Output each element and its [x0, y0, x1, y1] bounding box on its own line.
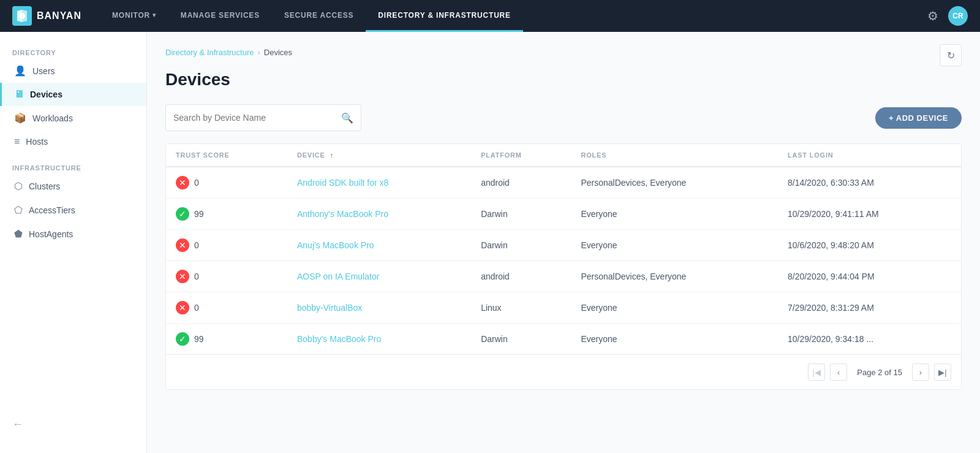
trust-pass-icon: ✓: [176, 332, 189, 346]
back-button[interactable]: ←: [12, 418, 134, 431]
cell-roles: Everyone: [571, 230, 778, 261]
device-link[interactable]: Bobby's MacBook Pro: [297, 334, 381, 344]
cell-last-login: 10/29/2020, 9:41:11 AM: [778, 199, 961, 230]
col-platform: PLATFORM: [471, 144, 571, 167]
device-link[interactable]: Android SDK built for x8: [297, 178, 388, 188]
cell-device: AOSP on IA Emulator: [287, 261, 471, 292]
cell-device: bobby-VirtualBox: [287, 292, 471, 324]
last-page-button[interactable]: ▶|: [934, 364, 951, 381]
col-device[interactable]: DEVICE ↑: [287, 144, 471, 167]
device-link[interactable]: AOSP on IA Emulator: [297, 272, 379, 281]
trust-score-value: 99: [194, 334, 204, 344]
svg-point-1: [19, 13, 25, 19]
cell-platform: android: [471, 167, 571, 199]
trust-pass-icon: ✓: [176, 207, 189, 221]
cell-trust-score: ✓ 99: [166, 199, 287, 230]
cell-trust-score: ✕ 0: [166, 230, 287, 261]
sidebar-item-devices[interactable]: 🖥 Devices: [0, 83, 146, 106]
access-tiers-icon: ⬠: [14, 204, 23, 216]
sidebar-item-label: Users: [32, 66, 55, 76]
search-icon: 🔍: [341, 112, 353, 124]
col-trust-score: TRUST SCORE: [166, 144, 287, 167]
refresh-button[interactable]: ↻: [940, 44, 962, 66]
monitor-icon: 🖥: [14, 89, 24, 100]
sidebar-bottom: ←: [0, 408, 146, 441]
search-input[interactable]: [173, 113, 341, 123]
sidebar-item-label: Workloads: [32, 113, 73, 123]
breadcrumb-separator: ›: [258, 48, 260, 57]
nav-item-secure-access[interactable]: SECURE ACCESS: [272, 0, 366, 32]
page-title: Devices: [165, 70, 230, 89]
toolbar: 🔍 + ADD DEVICE: [165, 104, 962, 131]
main-content: Directory & Infrastructure › Devices ↻ D…: [147, 32, 980, 453]
nav-item-manage-services[interactable]: MANAGE SERVICES: [168, 0, 272, 32]
trust-score-value: 99: [194, 209, 204, 219]
cell-roles: PersonalDevices, Everyone: [571, 261, 778, 292]
sidebar-item-users[interactable]: 👤 Users: [0, 59, 146, 83]
table-row: ✕ 0 Android SDK built for x8 android Per…: [166, 167, 961, 199]
settings-icon[interactable]: ⚙: [927, 9, 938, 23]
table-row: ✓ 99 Bobby's MacBook Pro Darwin Everyone…: [166, 324, 961, 355]
sidebar-item-label: Devices: [30, 89, 62, 99]
next-page-button[interactable]: ›: [912, 364, 929, 381]
col-last-login: LAST LOGIN: [778, 144, 961, 167]
table-row: ✕ 0 bobby-VirtualBox Linux Everyone 7/29…: [166, 292, 961, 324]
sidebar: DIRECTORY 👤 Users 🖥 Devices 📦 Workloads …: [0, 32, 147, 453]
cell-roles: Everyone: [571, 199, 778, 230]
cell-device: Anuj's MacBook Pro: [287, 230, 471, 261]
cell-trust-score: ✕ 0: [166, 292, 287, 324]
cell-roles: Everyone: [571, 292, 778, 324]
pagination: |◀ ‹ Page 2 of 15 › ▶|: [166, 354, 961, 389]
col-roles: ROLES: [571, 144, 778, 167]
sort-arrow-icon: ↑: [330, 151, 334, 159]
cell-platform: Darwin: [471, 199, 571, 230]
nav-item-directory-infrastructure[interactable]: DIRECTORY & INFRASTRUCTURE: [366, 0, 523, 32]
hosts-icon: ≡: [14, 136, 20, 147]
cell-trust-score: ✕ 0: [166, 261, 287, 292]
cell-device: Android SDK built for x8: [287, 167, 471, 199]
nav-right: ⚙ CR: [927, 6, 968, 26]
cell-trust-score: ✓ 99: [166, 324, 287, 355]
sidebar-item-workloads[interactable]: 📦 Workloads: [0, 106, 146, 130]
cell-trust-score: ✕ 0: [166, 167, 287, 199]
devices-table-container: TRUST SCORE DEVICE ↑ PLATFORM ROLES LAST…: [165, 143, 962, 390]
sidebar-item-host-agents[interactable]: ⬟ HostAgents: [0, 222, 146, 246]
trust-fail-icon: ✕: [176, 301, 189, 314]
sidebar-item-label: Clusters: [29, 181, 60, 191]
avatar[interactable]: CR: [948, 6, 968, 26]
cell-platform: Darwin: [471, 230, 571, 261]
breadcrumb: Directory & Infrastructure › Devices: [165, 48, 292, 57]
sidebar-item-hosts[interactable]: ≡ Hosts: [0, 130, 146, 153]
cell-roles: Everyone: [571, 324, 778, 355]
cell-device: Anthony's MacBook Pro: [287, 199, 471, 230]
sidebar-item-clusters[interactable]: ⬡ Clusters: [0, 174, 146, 198]
add-device-button[interactable]: + ADD DEVICE: [875, 107, 962, 129]
nav-item-monitor[interactable]: MONITOR ▾: [100, 0, 168, 32]
cell-platform: Darwin: [471, 324, 571, 355]
device-link[interactable]: Anuj's MacBook Pro: [297, 240, 374, 250]
prev-page-button[interactable]: ‹: [830, 364, 847, 381]
breadcrumb-parent[interactable]: Directory & Infrastructure: [165, 48, 254, 57]
cell-device: Bobby's MacBook Pro: [287, 324, 471, 355]
user-icon: 👤: [14, 65, 26, 77]
clusters-icon: ⬡: [14, 180, 23, 192]
device-link[interactable]: bobby-VirtualBox: [297, 303, 362, 313]
trust-score-value: 0: [194, 303, 199, 313]
trust-fail-icon: ✕: [176, 238, 189, 252]
sidebar-item-label: Hosts: [26, 137, 48, 147]
trust-score-value: 0: [194, 178, 199, 188]
device-link[interactable]: Anthony's MacBook Pro: [297, 209, 388, 219]
logo-area[interactable]: BANYAN: [12, 6, 81, 26]
trust-fail-icon: ✕: [176, 176, 189, 189]
trust-score-value: 0: [194, 240, 199, 250]
first-page-button[interactable]: |◀: [808, 364, 825, 381]
cell-last-login: 10/6/2020, 9:48:20 AM: [778, 230, 961, 261]
cell-platform: android: [471, 261, 571, 292]
logo-text: BANYAN: [37, 10, 81, 21]
sidebar-item-access-tiers[interactable]: ⬠ AccessTiers: [0, 198, 146, 222]
cell-last-login: 8/20/2020, 9:44:04 PM: [778, 261, 961, 292]
sidebar-item-label: AccessTiers: [29, 205, 75, 215]
workloads-icon: 📦: [14, 112, 26, 124]
chevron-down-icon: ▾: [153, 12, 156, 18]
banyan-logo-icon: [12, 6, 32, 26]
